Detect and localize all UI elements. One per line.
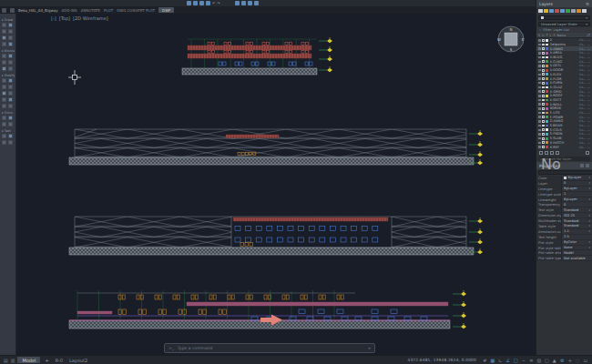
layer-on-checkbox[interactable] [542, 112, 545, 115]
open-icon[interactable] [193, 1, 198, 5]
drawing-canvas[interactable]: NSWE [-] [Top] [2D Wireframe] >_ Type a … [16, 14, 536, 355]
mirror-icon[interactable] [8, 85, 13, 89]
top-elevation[interactable] [182, 37, 332, 75]
bottom-elevation[interactable] [69, 290, 466, 329]
layer-on-checkbox[interactable] [542, 56, 545, 59]
annotation-icon[interactable]: ▲ [552, 357, 558, 364]
isolate-layer-icon[interactable] [539, 151, 543, 155]
layer-column-o[interactable]: O [542, 34, 545, 37]
layer-on-checkbox[interactable] [542, 128, 545, 131]
layer-color-swatch[interactable] [546, 128, 548, 131]
workspace-gear-icon[interactable]: ⚙ [559, 357, 566, 364]
layer-walk-icon[interactable] [550, 151, 554, 155]
layer-color-swatch[interactable] [546, 39, 548, 42]
layer-color-swatch[interactable] [546, 60, 548, 63]
erase-icon[interactable] [8, 104, 13, 108]
document-icon[interactable] [10, 8, 15, 13]
palette-section-text[interactable]: ▸ Text [2, 129, 15, 133]
insert-block-icon[interactable] [2, 54, 6, 58]
viewport-view-control[interactable]: [Top] [59, 15, 70, 21]
layer-on-checkbox[interactable] [542, 65, 545, 67]
linear-dim-icon[interactable] [2, 116, 6, 120]
new-layer-icon[interactable] [538, 9, 543, 14]
grid-icon[interactable]: ▦ [490, 357, 496, 364]
viewcube[interactable]: NSWE [497, 26, 525, 52]
clean-screen-icon[interactable]: ▭ [583, 357, 589, 364]
layer-on-checkbox[interactable] [542, 116, 545, 118]
layer-on-checkbox[interactable] [542, 120, 545, 123]
layer-on-checkbox[interactable] [542, 39, 545, 42]
layer-color-swatch[interactable] [546, 133, 548, 136]
long-elevation-2[interactable] [22, 217, 505, 255]
match-layer-icon[interactable] [582, 9, 587, 14]
spline-icon[interactable] [8, 42, 13, 46]
model-space[interactable]: NSWE [16, 14, 536, 355]
layer-color-swatch[interactable] [546, 65, 548, 67]
chevron-down-icon[interactable]: ▾ [588, 240, 590, 244]
command-line[interactable]: >_ Type a command ▸ [164, 343, 375, 353]
viewport-style-control[interactable]: [2D Wireframe] [73, 15, 108, 21]
layer-states-icon[interactable] [555, 9, 559, 14]
notification-icon[interactable] [248, 1, 252, 5]
annotation-monitor-icon[interactable]: + [567, 357, 574, 364]
merge-layers-icon[interactable] [545, 151, 548, 155]
palette-section-draw[interactable]: ▸ Draw [2, 18, 15, 22]
undo-icon[interactable]: ↶ [212, 1, 215, 5]
circle-icon[interactable] [2, 29, 6, 34]
chevron-down-icon[interactable]: ▾ [588, 229, 590, 233]
layer-color-swatch[interactable] [546, 82, 548, 85]
scale-icon[interactable] [2, 91, 6, 96]
layer-on-checkbox[interactable] [542, 107, 545, 110]
cloud-icon[interactable] [235, 1, 240, 5]
layer-color-swatch[interactable] [546, 107, 548, 110]
layer-on-checkbox[interactable] [542, 133, 545, 136]
palette-section-blocks[interactable]: ▸ Blocks [2, 49, 15, 53]
chevron-down-icon[interactable]: ▾ [588, 176, 590, 179]
layer-quick-dropdown[interactable]: ▾ [538, 15, 590, 20]
ellipse-icon[interactable] [8, 35, 13, 40]
layer-color-swatch[interactable] [546, 99, 548, 102]
selection-dropdown[interactable]: No selection ▾ [538, 170, 592, 175]
layer-on-checkbox[interactable] [542, 69, 545, 72]
isolate-objects-icon[interactable]: ◌ [575, 357, 581, 364]
chevron-down-icon[interactable]: ▾ [588, 208, 590, 212]
layer-on-checkbox[interactable] [542, 73, 545, 76]
lineweight-icon[interactable]: ≡ [528, 357, 535, 364]
create-block-icon[interactable] [8, 54, 13, 58]
layer-color-swatch[interactable] [546, 73, 548, 76]
layer-on-checkbox[interactable] [542, 86, 545, 89]
layer-on-checkbox[interactable] [542, 77, 545, 80]
layer-on-checkbox[interactable] [542, 82, 545, 85]
layer-column-s[interactable]: S [538, 34, 540, 37]
menu-item[interactable]: ANNOTATE [81, 8, 100, 13]
write-block-icon[interactable] [2, 66, 6, 71]
layer-color-swatch[interactable] [546, 69, 548, 72]
chevron-down-icon[interactable]: ▾ [588, 219, 590, 223]
palette-section-dims[interactable]: ▸ Dims [2, 111, 15, 115]
chevron-down-icon[interactable]: ▾ [588, 181, 590, 185]
arc-icon[interactable] [8, 29, 13, 34]
hatch-icon[interactable] [2, 42, 6, 46]
chevron-down-icon[interactable]: ▾ [588, 246, 590, 249]
layer-on-checkbox[interactable] [542, 146, 545, 148]
line-icon[interactable] [2, 23, 6, 27]
mtext-icon[interactable] [2, 134, 6, 138]
layer-color-swatch[interactable] [546, 95, 548, 97]
layer-on-checkbox[interactable] [542, 103, 545, 106]
layer-color-swatch[interactable] [546, 120, 548, 123]
help-icon[interactable] [254, 1, 259, 5]
layer-column-f[interactable]: F [546, 34, 548, 37]
layer-on-checkbox[interactable] [542, 44, 545, 46]
base-icon[interactable] [8, 66, 13, 71]
layer-on-checkbox[interactable] [542, 141, 545, 144]
attribute-icon[interactable] [2, 60, 6, 65]
rectangle-icon[interactable] [2, 35, 6, 40]
aligned-dim-icon[interactable] [8, 116, 13, 120]
layer-on-checkbox[interactable] [542, 137, 545, 140]
field-icon[interactable] [8, 140, 13, 145]
viewcube-north[interactable]: N [510, 27, 513, 32]
new-icon[interactable] [187, 1, 191, 5]
layer-on-checkbox[interactable] [542, 60, 545, 63]
edit-block-icon[interactable] [8, 60, 13, 65]
layer-on-checkbox[interactable] [542, 99, 545, 102]
